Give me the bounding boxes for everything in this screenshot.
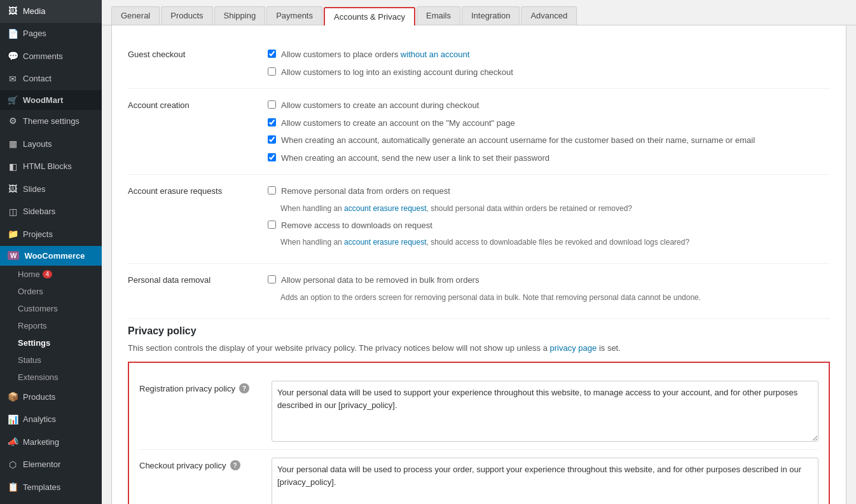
sidebar-item-slides[interactable]: 🖼 Slides [0, 178, 102, 201]
layouts-icon: ▦ [8, 138, 18, 151]
sidebar-item-label: Theme settings [23, 116, 79, 127]
checkbox-row-remove-downloads: Remove access to downloads on request [268, 219, 830, 232]
link-privacy-page[interactable]: privacy page [550, 343, 597, 353]
pages-icon: 📄 [8, 28, 18, 41]
sidebars-icon: ◫ [8, 206, 18, 219]
checkout-help-icon[interactable]: ? [230, 460, 240, 470]
registration-privacy-textarea[interactable]: Your personal data will be used to suppo… [272, 381, 818, 442]
sidebar-item-woodmart[interactable]: 🛒 WoodMart [0, 90, 102, 110]
tab-advanced[interactable]: Advanced [521, 6, 577, 25]
guest-checkout-label: Guest checkout [128, 48, 268, 78]
sidebar-item-projects[interactable]: 📁 Projects [0, 223, 102, 246]
sidebar-item-label: Media [23, 6, 45, 17]
checkout-privacy-row: Checkout privacy policy ? Your personal … [139, 449, 818, 504]
tab-shipping[interactable]: Shipping [214, 6, 266, 25]
sidebar-item-theme-settings[interactable]: ⚙ Theme settings [0, 110, 102, 133]
sidebar-sub-item-orders[interactable]: Orders [0, 283, 102, 300]
checkbox-label-send-password[interactable]: When creating an account, send the new u… [281, 152, 549, 165]
sidebar-item-label: Templates [23, 482, 60, 493]
sidebar-sub-label: Status [18, 355, 41, 365]
guest-checkout-row: Guest checkout Allow customers to place … [128, 38, 830, 89]
sidebar-item-label: Sidebars [23, 206, 55, 217]
marketing-icon: 📣 [8, 436, 18, 449]
checkbox-label-bulk-remove[interactable]: Allow personal data to be removed in bul… [281, 274, 479, 287]
tab-payments[interactable]: Payments [266, 6, 322, 25]
checkbox-create-myaccount[interactable] [268, 118, 276, 126]
sidebar-item-label: Analytics [23, 414, 56, 425]
sidebar-item-pages[interactable]: 📄 Pages [0, 23, 102, 46]
account-erasure-controls: Remove personal data from orders on requ… [268, 185, 830, 253]
sidebar-sub-item-status[interactable]: Status [0, 351, 102, 369]
checkbox-row-create-myaccount: Allow customers to create an account on … [268, 117, 830, 130]
checkbox-send-password[interactable] [268, 153, 276, 161]
sidebar-item-marketing[interactable]: 📣 Marketing [0, 431, 102, 454]
sidebar-item-label: Projects [23, 229, 53, 240]
registration-help-icon[interactable]: ? [239, 383, 249, 393]
sidebar-item-elementor[interactable]: ⬡ Elementor [0, 454, 102, 477]
checkout-privacy-textarea[interactable]: Your personal data will be used to proce… [272, 458, 818, 504]
account-creation-row: Account creation Allow customers to crea… [128, 89, 830, 175]
comments-icon: 💬 [8, 50, 18, 63]
sidebar-item-woocommerce[interactable]: W WooCommerce [0, 246, 102, 266]
contact-icon: ✉ [8, 73, 18, 86]
sidebar-item-media[interactable]: 🖼 Media [0, 0, 102, 23]
link-erasure-request-1[interactable]: account erasure request [344, 204, 426, 213]
sidebar-sub-label: Reports [18, 321, 47, 330]
projects-icon: 📁 [8, 228, 18, 241]
sidebar-sub-item-reports[interactable]: Reports [0, 317, 102, 334]
sidebar-item-products[interactable]: 📦 Products [0, 386, 102, 409]
sidebar-item-label: Marketing [23, 437, 59, 448]
checkbox-row-guest-orders: Allow customers to place orders without … [268, 48, 830, 61]
tabs-bar: General Products Shipping Payments Accou… [102, 0, 856, 25]
html-blocks-icon: ◧ [8, 161, 18, 174]
checkbox-bulk-remove[interactable] [268, 275, 276, 283]
tab-products[interactable]: Products [161, 6, 212, 25]
sidebar-item-templates[interactable]: 📋 Templates [0, 476, 102, 499]
sidebar-item-analytics[interactable]: 📊 Analytics [0, 409, 102, 432]
personal-data-controls: Allow personal data to be removed in bul… [268, 274, 830, 308]
checkbox-remove-orders[interactable] [268, 186, 276, 194]
checkbox-label-remove-orders[interactable]: Remove personal data from orders on requ… [281, 185, 450, 198]
link-without-account[interactable]: without an account [401, 50, 469, 59]
sidebar-item-label: Slides [23, 184, 45, 195]
woodmart-icon: 🛒 [8, 95, 18, 105]
sidebar-sub-label: Orders [18, 287, 43, 296]
sidebar-sub-item-home[interactable]: Home 4 [0, 266, 102, 283]
checkbox-generate-username[interactable] [268, 135, 276, 144]
sidebar-item-sidebars[interactable]: ◫ Sidebars [0, 201, 102, 224]
tab-accounts-privacy[interactable]: Accounts & Privacy [324, 7, 415, 25]
templates-icon: 📋 [8, 481, 18, 494]
sidebar-sub-item-customers[interactable]: Customers [0, 300, 102, 317]
checkbox-guest-login[interactable] [268, 67, 276, 76]
sidebar-sub-item-settings[interactable]: Settings [0, 334, 102, 351]
hint-bulk-remove: Adds an option to the orders screen for … [268, 292, 830, 303]
tab-general[interactable]: General [111, 6, 160, 25]
registration-privacy-row: Registration privacy policy ? Your perso… [139, 373, 818, 449]
checkbox-guest-orders[interactable] [268, 50, 276, 58]
sidebar-item-comments[interactable]: 💬 Comments [0, 45, 102, 68]
tab-emails[interactable]: Emails [417, 6, 460, 25]
checkbox-create-checkout[interactable] [268, 100, 276, 109]
account-erasure-label: Account erasure requests [128, 185, 268, 253]
media-icon: 🖼 [8, 5, 18, 18]
checkbox-label-generate-username[interactable]: When creating an account, automatically … [281, 134, 755, 147]
sidebar-item-layouts[interactable]: ▦ Layouts [0, 133, 102, 156]
checkbox-label-guest-login[interactable]: Allow customers to log into an existing … [281, 66, 513, 79]
checkbox-label-create-myaccount[interactable]: Allow customers to create an account on … [281, 117, 515, 130]
checkbox-label-remove-downloads[interactable]: Remove access to downloads on request [281, 219, 432, 232]
sidebar-sub-label: Settings [18, 338, 50, 348]
sidebar-item-html-blocks[interactable]: ◧ HTML Blocks [0, 156, 102, 179]
link-erasure-request-2[interactable]: account erasure request [344, 238, 426, 247]
account-erasure-row: Account erasure requests Remove personal… [128, 175, 830, 264]
tab-integration[interactable]: Integration [462, 6, 520, 25]
checkbox-remove-downloads[interactable] [268, 221, 276, 229]
checkbox-label-guest-orders[interactable]: Allow customers to place orders without … [281, 48, 469, 61]
sidebar-item-label: Contact [23, 73, 52, 85]
sidebar-item-contact[interactable]: ✉ Contact [0, 68, 102, 91]
hint-remove-orders: When handling an account erasure request… [268, 203, 830, 214]
sidebar-sub-item-extensions[interactable]: Extensions [0, 369, 102, 386]
sidebar-item-appearance[interactable]: 🎨 Appearance [0, 499, 102, 504]
sidebar-item-label: Pages [23, 28, 46, 39]
checkbox-label-create-checkout[interactable]: Allow customers to create an account dur… [281, 99, 479, 112]
sidebar-item-label: WoodMart [23, 95, 63, 105]
